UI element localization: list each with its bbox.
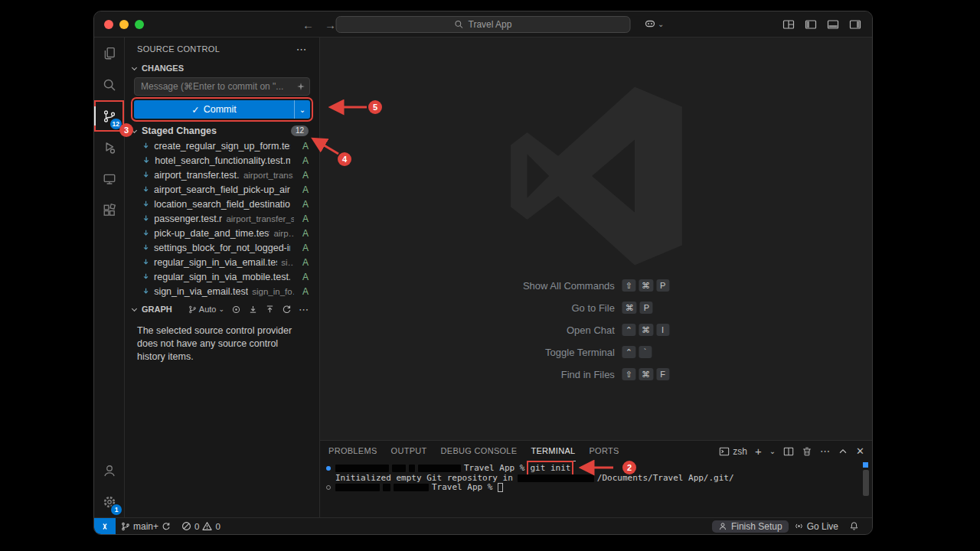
file-row[interactable]: pick-up_date_and_time.test.md airp… A xyxy=(125,226,319,240)
redacted-text xyxy=(383,484,390,491)
command-center-search[interactable]: Travel App xyxy=(336,16,631,33)
commit-button[interactable]: ✓ Commit xyxy=(134,100,294,119)
file-row[interactable]: sign_in_via_email.test.md sign_in_fo… A xyxy=(125,284,319,298)
activity-search[interactable] xyxy=(94,69,124,100)
key-chip: I xyxy=(656,324,669,336)
minimize-window-button[interactable] xyxy=(119,20,129,29)
activity-settings[interactable]: 1 xyxy=(94,486,124,517)
commit-message-input[interactable] xyxy=(134,77,310,96)
trash-icon[interactable] xyxy=(802,446,812,457)
tab-debug-console[interactable]: DEBUG CONSOLE xyxy=(440,441,518,461)
git-status-letter: A xyxy=(298,257,309,268)
terminal-profile[interactable]: zsh xyxy=(719,446,747,457)
file-row[interactable]: create_regular_sign_up_form.test.md A xyxy=(125,139,319,153)
errors-icon xyxy=(181,521,191,531)
key-chip: ⌘ xyxy=(639,368,653,380)
editor-area: Show All Commands ⇧ ⌘ P Go to File ⌘ P O… xyxy=(320,37,872,440)
tab-output[interactable]: OUTPUT xyxy=(390,441,428,461)
redacted-text xyxy=(409,465,415,472)
git-init-command: git init xyxy=(530,464,570,474)
search-icon xyxy=(103,78,116,92)
shortcut-keys: ⌘ P xyxy=(622,302,669,314)
terminal-line-2: Initialized empty Git repository in /Doc… xyxy=(326,474,872,484)
terminal-content[interactable]: Travel App % git init Initialized empty … xyxy=(320,461,872,493)
sparkle-icon[interactable] xyxy=(296,82,305,91)
file-row[interactable]: settings_block_for_not_logged-in_u… A xyxy=(125,240,319,255)
git-status-letter: A xyxy=(298,214,309,224)
commit-dropdown-button[interactable]: ⌄ xyxy=(294,100,310,119)
forward-icon[interactable]: → xyxy=(325,18,336,31)
file-row[interactable]: location_search_field_destination_l… A xyxy=(125,197,319,211)
markdown-file-icon xyxy=(142,184,150,194)
back-icon[interactable]: ← xyxy=(302,18,314,31)
push-icon[interactable] xyxy=(265,305,275,315)
remote-indicator[interactable] xyxy=(94,518,116,534)
error-count: 0 xyxy=(194,522,199,531)
key-chip: F xyxy=(656,368,669,380)
staged-changes-header[interactable]: Staged Changes 12 xyxy=(125,123,319,139)
toggle-primary-sidebar-icon[interactable] xyxy=(805,18,817,31)
more-actions-icon[interactable]: ⋯ xyxy=(299,304,309,315)
split-terminal-icon[interactable] xyxy=(783,446,794,457)
activity-source-control[interactable]: 12 xyxy=(94,100,124,132)
workbench-body: 12 xyxy=(94,37,872,517)
notifications-button[interactable] xyxy=(844,521,864,531)
redacted-text xyxy=(335,484,380,491)
activity-remote-explorer[interactable] xyxy=(94,163,124,194)
fetch-icon[interactable] xyxy=(248,305,258,315)
close-window-button[interactable] xyxy=(104,20,113,29)
toggle-secondary-sidebar-icon[interactable] xyxy=(849,18,861,31)
more-actions-icon[interactable]: ⋯ xyxy=(296,43,307,55)
tab-terminal[interactable]: TERMINAL xyxy=(530,441,576,461)
graph-repo-picker[interactable]: Auto ⌄ xyxy=(188,305,224,314)
go-live-button[interactable]: Go Live xyxy=(789,521,844,532)
finish-setup-button[interactable]: Finish Setup xyxy=(712,520,789,533)
redacted-text xyxy=(392,465,406,472)
toggle-panel-icon[interactable] xyxy=(827,18,839,31)
close-panel-icon[interactable]: ✕ xyxy=(856,445,864,457)
maximize-panel-icon[interactable] xyxy=(838,446,848,457)
problems-status-item[interactable]: 0 0 xyxy=(176,518,226,534)
panel-tabs: PROBLEMS OUTPUT DEBUG CONSOLE TERMINAL P… xyxy=(328,441,620,461)
new-terminal-icon[interactable]: + xyxy=(755,445,762,458)
key-chip: P xyxy=(640,302,653,314)
file-row[interactable]: hotel_search_functionality.test.md A xyxy=(125,153,319,168)
chevron-down-icon: ⌄ xyxy=(658,20,664,28)
broadcast-icon xyxy=(794,521,804,531)
tab-problems[interactable]: PROBLEMS xyxy=(328,441,378,461)
markdown-file-icon xyxy=(142,199,150,209)
more-actions-icon[interactable]: ⋯ xyxy=(820,445,830,457)
chevron-down-icon[interactable]: ⌄ xyxy=(769,447,776,455)
file-name: regular_sign_in_via_email.test.md xyxy=(154,257,277,268)
tab-ports[interactable]: PORTS xyxy=(588,441,619,461)
shortcut-label: Open Chat xyxy=(567,324,615,336)
graph-section-header[interactable]: GRAPH Auto ⌄ xyxy=(125,302,319,317)
activity-extensions[interactable] xyxy=(94,194,124,226)
activity-explorer[interactable] xyxy=(94,37,124,69)
terminal-icon xyxy=(719,446,730,457)
activity-accounts[interactable] xyxy=(94,455,124,486)
panel-tab-bar: PROBLEMS OUTPUT DEBUG CONSOLE TERMINAL P… xyxy=(320,441,872,461)
sidebar-title: SOURCE CONTROL xyxy=(137,44,220,54)
copilot-icon xyxy=(644,18,656,30)
branch-icon xyxy=(121,522,130,531)
file-row[interactable]: airport_transfer.test.md airport_trans… … xyxy=(125,168,319,182)
file-row[interactable]: regular_sign_in_via_email.test.md si… A xyxy=(125,255,319,269)
customize-layout-icon[interactable] xyxy=(782,18,795,31)
activity-run-debug[interactable] xyxy=(94,132,124,163)
zoom-window-button[interactable] xyxy=(135,20,144,29)
goto-current-commit-icon[interactable] xyxy=(231,305,241,315)
refresh-icon[interactable] xyxy=(282,305,292,315)
run-debug-icon xyxy=(103,141,116,155)
changes-section-header[interactable]: CHANGES xyxy=(125,60,319,76)
scrollbar-command-decoration xyxy=(863,462,868,468)
terminal-scrollbar[interactable] xyxy=(863,470,869,496)
command-decoration-gutter xyxy=(326,466,335,471)
redacted-text xyxy=(394,484,429,491)
file-row[interactable]: passenger.test.md airport_transfer_s… A xyxy=(125,211,319,226)
sidebar-title-row: SOURCE CONTROL ⋯ xyxy=(125,37,319,60)
copilot-menu[interactable]: ⌄ xyxy=(644,18,664,30)
file-row[interactable]: airport_search_field_pick-up_airpor… A xyxy=(125,182,319,197)
file-row[interactable]: regular_sign_in_via_mobile.test.md… A xyxy=(125,269,319,284)
branch-status-item[interactable]: main+ xyxy=(116,518,176,534)
